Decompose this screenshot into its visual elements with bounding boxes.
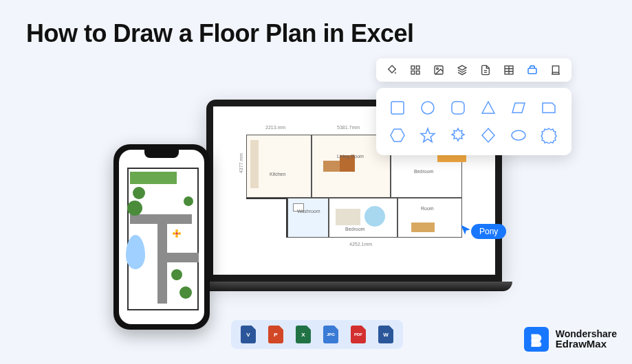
label-bedroom1: Bedroom [414, 169, 433, 174]
shape-circle[interactable] [419, 99, 437, 117]
layers-icon[interactable] [456, 64, 468, 76]
svg-rect-12 [528, 68, 536, 73]
brand-lockup: Wondershare EdrawMax [524, 327, 617, 352]
garden-hedge [130, 172, 177, 184]
shape-parallelogram[interactable] [510, 99, 527, 117]
brand-line2: EdrawMax [556, 339, 617, 350]
svg-point-10 [437, 68, 439, 70]
label-kitchen: Kitchen [270, 172, 285, 177]
kitchen-counter [250, 140, 259, 188]
tree-icon [127, 201, 142, 216]
svg-point-3 [175, 235, 178, 238]
phone-mockup [113, 144, 210, 330]
shape-palette [376, 88, 571, 155]
tree-icon [133, 187, 145, 199]
export-formats-bar [231, 320, 403, 349]
phone-notch [144, 150, 179, 158]
brand-text: Wondershare EdrawMax [556, 329, 617, 350]
tree-icon [171, 269, 182, 280]
shape-burst[interactable] [449, 126, 467, 144]
file-pdf-icon[interactable] [351, 326, 366, 343]
svg-rect-16 [452, 102, 464, 114]
frame-icon[interactable] [549, 64, 562, 76]
shapes-icon[interactable] [526, 64, 538, 76]
shape-star[interactable] [419, 126, 437, 144]
svg-point-0 [175, 232, 178, 235]
svg-rect-14 [391, 102, 404, 114]
table-icon[interactable] [503, 64, 515, 76]
file-excel-icon[interactable] [296, 326, 311, 343]
bedroom2-rug [364, 206, 385, 227]
shape-triangle[interactable] [479, 99, 497, 117]
page-title: How to Draw a Floor Plan in Excel [26, 19, 414, 48]
room-desk [411, 223, 435, 232]
svg-point-2 [178, 232, 181, 235]
file-jpg-icon[interactable] [323, 326, 338, 343]
top-toolbar [376, 58, 571, 82]
label-room: Room [421, 206, 434, 211]
phone-display [119, 150, 204, 324]
components-icon[interactable] [409, 64, 422, 76]
label-living: Living Room [337, 154, 364, 159]
shape-square[interactable] [389, 99, 406, 117]
dimension-top1: 2213.mm [265, 125, 285, 130]
file-word-icon[interactable] [378, 326, 393, 343]
brand-line1: Wondershare [556, 329, 617, 339]
laptop-base [196, 282, 512, 291]
shape-ellipse[interactable] [510, 126, 527, 144]
fill-icon[interactable] [386, 64, 398, 76]
shape-card[interactable] [540, 99, 558, 117]
shape-rounded-square[interactable] [449, 99, 467, 117]
svg-rect-6 [416, 66, 419, 69]
svg-point-1 [175, 229, 178, 232]
dimension-bottom: 4252.1mm [349, 242, 372, 247]
floorplan-cutout [246, 198, 287, 238]
bedroom2-bed [336, 209, 360, 225]
file-powerpoint-icon[interactable] [268, 326, 283, 343]
edrawmax-logo-icon [524, 327, 549, 352]
flower-icon [171, 228, 182, 239]
page-icon[interactable] [479, 64, 492, 76]
svg-rect-5 [411, 66, 415, 69]
label-bedroom2: Bedroom [345, 227, 364, 231]
label-washroom: Washroom [297, 209, 320, 214]
garden-plan-canvas [123, 159, 200, 320]
cursor-icon [459, 224, 472, 236]
shape-seal[interactable] [540, 126, 558, 144]
svg-point-17 [512, 130, 525, 140]
svg-point-15 [422, 102, 434, 114]
tree-icon [179, 286, 192, 299]
collaborator-badge: Pony [471, 224, 506, 239]
svg-point-4 [173, 232, 175, 235]
shape-hexagon[interactable] [389, 126, 406, 144]
image-icon[interactable] [433, 64, 445, 76]
tree-icon [184, 196, 193, 206]
dimension-top2: 5381.7mm [337, 125, 360, 130]
garden-path [157, 253, 199, 262]
svg-rect-13 [552, 66, 558, 72]
file-visio-icon[interactable] [241, 326, 256, 343]
dimension-left1: 4377.mm [239, 152, 243, 172]
svg-rect-7 [411, 71, 415, 74]
shape-diamond[interactable] [479, 126, 497, 144]
svg-rect-8 [416, 71, 419, 74]
